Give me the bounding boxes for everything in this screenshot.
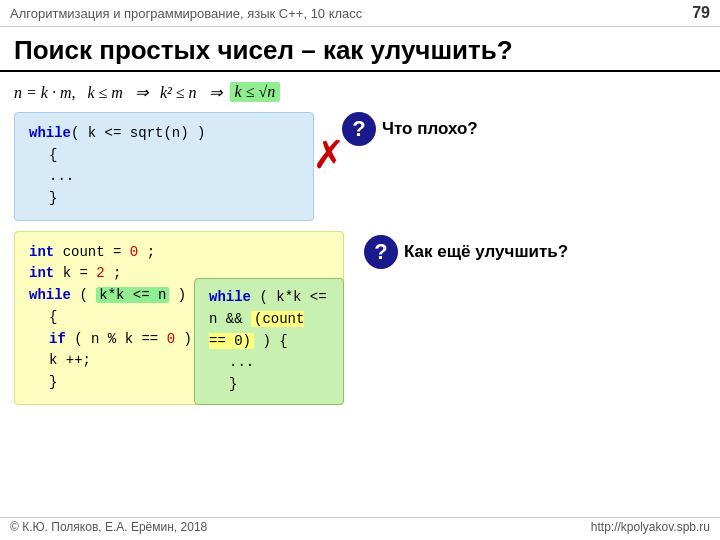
k-var: k [63, 265, 71, 281]
while-close: ) [178, 287, 186, 303]
bubble2: ? Как ещё улучшить? [364, 231, 568, 269]
bubble2-text: Как ещё улучшить? [404, 242, 568, 262]
while-open: ( [79, 287, 96, 303]
question-mark-1: ? [352, 116, 365, 142]
bad-code-line1: while( k <= sqrt(n) ) [29, 123, 299, 145]
green-code-block: while ( k*k <= n && (count == 0) ) { ...… [194, 278, 344, 404]
while-keyword-2: while [29, 287, 71, 303]
count-var: count [63, 244, 105, 260]
red-x-icon: ✗ [314, 131, 343, 179]
bubble1: ? Что плохо? [342, 112, 478, 146]
formula-area: n = k · m, k ≤ m ⇒ k² ≤ n ⇒ k ≤ √n [0, 80, 720, 108]
while-keyword: while [29, 125, 71, 141]
question-icon-2: ? [364, 235, 398, 269]
question-icon-1: ? [342, 112, 376, 146]
green-line1: while ( k*k <= n && (count == 0) ) { [209, 287, 329, 352]
footer: © К.Ю. Поляков, Е.А. Ерёмин, 2018 http:/… [0, 517, 720, 536]
int-keyword-1: int [29, 244, 54, 260]
bottom-section: int count = 0 ; int k = 2 ; while ( k*k … [0, 227, 720, 411]
semi-2: ; [113, 265, 121, 281]
k-condition-highlight: k*k <= n [96, 287, 169, 303]
footer-right: http://kpolyakov.spb.ru [591, 520, 710, 534]
header-left: Алгоритмизация и программирование, язык … [10, 6, 362, 21]
green-line3: } [209, 374, 329, 396]
semi-1: ; [147, 244, 155, 260]
formula-part1: n = k · m, k ≤ m ⇒ k² ≤ n ⇒ [14, 83, 222, 102]
zero-val: 0 [130, 244, 138, 260]
page-title: Поиск простых чисел – как улучшить? [0, 27, 720, 72]
green-line2: ... [209, 352, 329, 374]
bad-code-line1-rest: ( k <= sqrt(n) ) [71, 125, 205, 141]
page-number: 79 [692, 4, 710, 22]
if-zero: 0 [167, 331, 175, 347]
equals-2: = [79, 265, 96, 281]
if-cond: ( n % k == [74, 331, 158, 347]
bad-code-block: while( k <= sqrt(n) ) { ... } ✗ [14, 112, 314, 221]
bubble1-text: Что плохо? [382, 119, 478, 139]
question-mark-2: ? [374, 239, 387, 265]
green-end: ) { [262, 333, 287, 349]
good-code-line1: int count = 0 ; [29, 242, 329, 264]
footer-left: © К.Ю. Поляков, Е.А. Ерёмин, 2018 [10, 520, 207, 534]
int-keyword-2: int [29, 265, 54, 281]
header: Алгоритмизация и программирование, язык … [0, 0, 720, 27]
bad-code-line3: ... [29, 166, 299, 188]
two-val: 2 [96, 265, 104, 281]
equals-1: = [113, 244, 130, 260]
while-keyword-3: while [209, 289, 251, 305]
bad-code-line2: { [29, 145, 299, 167]
if-keyword: if [49, 331, 66, 347]
top-section: while( k <= sqrt(n) ) { ... } ✗ ? Что пл… [0, 108, 720, 227]
bad-code-line4: } [29, 188, 299, 210]
formula-highlighted: k ≤ √n [230, 82, 281, 102]
